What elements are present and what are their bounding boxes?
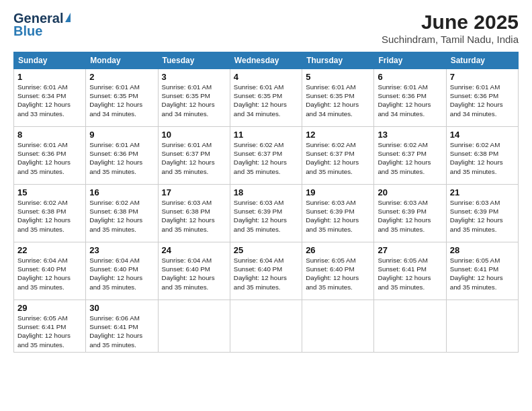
day-info: Sunrise: 6:01 AMSunset: 6:35 PMDaylight:… — [162, 83, 215, 118]
day-number: 15 — [17, 187, 82, 197]
day-info: Sunrise: 6:03 AMSunset: 6:38 PMDaylight:… — [162, 199, 215, 233]
day-info: Sunrise: 6:01 AMSunset: 6:36 PMDaylight:… — [89, 141, 142, 175]
table-row: 11 Sunrise: 6:02 AMSunset: 6:37 PMDaylig… — [230, 127, 302, 185]
table-row — [446, 300, 518, 353]
table-row: 21 Sunrise: 6:03 AMSunset: 6:39 PMDaylig… — [446, 185, 518, 242]
day-number: 6 — [378, 72, 442, 82]
title-block: June 2025 Suchindram, Tamil Nadu, India — [382, 11, 519, 45]
table-row: 25 Sunrise: 6:04 AMSunset: 6:40 PMDaylig… — [230, 242, 302, 300]
day-info: Sunrise: 6:01 AMSunset: 6:35 PMDaylight:… — [234, 83, 287, 118]
table-row: 1 Sunrise: 6:01 AMSunset: 6:34 PMDayligh… — [14, 69, 86, 127]
day-info: Sunrise: 6:01 AMSunset: 6:36 PMDaylight:… — [450, 83, 503, 118]
table-row: 13 Sunrise: 6:02 AMSunset: 6:37 PMDaylig… — [374, 127, 446, 185]
day-info: Sunrise: 6:01 AMSunset: 6:36 PMDaylight:… — [378, 83, 431, 118]
day-number: 5 — [306, 72, 370, 82]
table-row: 15 Sunrise: 6:02 AMSunset: 6:38 PMDaylig… — [14, 185, 86, 242]
table-row: 26 Sunrise: 6:05 AMSunset: 6:40 PMDaylig… — [302, 242, 374, 300]
col-monday: Monday — [86, 52, 158, 69]
table-row: 29 Sunrise: 6:05 AMSunset: 6:41 PMDaylig… — [14, 300, 86, 353]
day-number: 30 — [89, 303, 154, 313]
week-row-3: 15 Sunrise: 6:02 AMSunset: 6:38 PMDaylig… — [14, 185, 519, 242]
subtitle: Suchindram, Tamil Nadu, India — [382, 34, 519, 45]
day-number: 24 — [162, 245, 226, 255]
day-info: Sunrise: 6:04 AMSunset: 6:40 PMDaylight:… — [162, 257, 215, 291]
day-info: Sunrise: 6:03 AMSunset: 6:39 PMDaylight:… — [234, 199, 287, 233]
table-row: 14 Sunrise: 6:02 AMSunset: 6:38 PMDaylig… — [446, 127, 518, 185]
table-row: 8 Sunrise: 6:01 AMSunset: 6:36 PMDayligh… — [14, 127, 86, 185]
table-row: 23 Sunrise: 6:04 AMSunset: 6:40 PMDaylig… — [86, 242, 158, 300]
table-row: 12 Sunrise: 6:02 AMSunset: 6:37 PMDaylig… — [302, 127, 374, 185]
col-wednesday: Wednesday — [230, 52, 302, 69]
table-row — [374, 300, 446, 353]
table-row: 9 Sunrise: 6:01 AMSunset: 6:36 PMDayligh… — [86, 127, 158, 185]
table-row: 24 Sunrise: 6:04 AMSunset: 6:40 PMDaylig… — [158, 242, 230, 300]
day-info: Sunrise: 6:03 AMSunset: 6:39 PMDaylight:… — [450, 199, 503, 233]
table-row: 19 Sunrise: 6:03 AMSunset: 6:39 PMDaylig… — [302, 185, 374, 242]
day-info: Sunrise: 6:01 AMSunset: 6:34 PMDaylight:… — [17, 83, 71, 118]
day-info: Sunrise: 6:03 AMSunset: 6:39 PMDaylight:… — [378, 199, 431, 233]
day-number: 21 — [450, 187, 515, 197]
week-row-2: 8 Sunrise: 6:01 AMSunset: 6:36 PMDayligh… — [14, 127, 519, 185]
table-row: 20 Sunrise: 6:03 AMSunset: 6:39 PMDaylig… — [374, 185, 446, 242]
table-row: 22 Sunrise: 6:04 AMSunset: 6:40 PMDaylig… — [14, 242, 86, 300]
table-row: 30 Sunrise: 6:06 AMSunset: 6:41 PMDaylig… — [86, 300, 158, 353]
day-number: 22 — [17, 245, 82, 255]
table-row: 4 Sunrise: 6:01 AMSunset: 6:35 PMDayligh… — [230, 69, 302, 127]
day-number: 17 — [162, 187, 226, 197]
day-info: Sunrise: 6:02 AMSunset: 6:38 PMDaylight:… — [17, 199, 71, 233]
day-number: 11 — [234, 130, 298, 140]
calendar: Sunday Monday Tuesday Wednesday Thursday… — [13, 52, 519, 353]
day-number: 25 — [234, 245, 298, 255]
main-title: June 2025 — [382, 11, 519, 34]
day-number: 26 — [306, 245, 370, 255]
day-info: Sunrise: 6:05 AMSunset: 6:41 PMDaylight:… — [17, 314, 71, 349]
day-info: Sunrise: 6:06 AMSunset: 6:41 PMDaylight:… — [89, 314, 142, 349]
day-info: Sunrise: 6:01 AMSunset: 6:36 PMDaylight:… — [17, 141, 71, 175]
day-number: 23 — [89, 245, 154, 255]
day-info: Sunrise: 6:02 AMSunset: 6:37 PMDaylight:… — [306, 141, 359, 175]
table-row: 18 Sunrise: 6:03 AMSunset: 6:39 PMDaylig… — [230, 185, 302, 242]
table-row: 27 Sunrise: 6:05 AMSunset: 6:41 PMDaylig… — [374, 242, 446, 300]
table-row: 10 Sunrise: 6:01 AMSunset: 6:37 PMDaylig… — [158, 127, 230, 185]
week-row-1: 1 Sunrise: 6:01 AMSunset: 6:34 PMDayligh… — [14, 69, 519, 127]
table-row — [230, 300, 302, 353]
col-saturday: Saturday — [446, 52, 518, 69]
day-info: Sunrise: 6:05 AMSunset: 6:41 PMDaylight:… — [450, 257, 503, 291]
day-number: 8 — [17, 130, 82, 140]
day-info: Sunrise: 6:05 AMSunset: 6:40 PMDaylight:… — [306, 257, 359, 291]
day-number: 19 — [306, 187, 370, 197]
col-thursday: Thursday — [302, 52, 374, 69]
logo-blue: Blue — [13, 24, 42, 39]
table-row — [158, 300, 230, 353]
table-row: 6 Sunrise: 6:01 AMSunset: 6:36 PMDayligh… — [374, 69, 446, 127]
table-row: 28 Sunrise: 6:05 AMSunset: 6:41 PMDaylig… — [446, 242, 518, 300]
col-sunday: Sunday — [14, 52, 86, 69]
day-number: 27 — [378, 245, 442, 255]
day-number: 18 — [234, 187, 298, 197]
col-friday: Friday — [374, 52, 446, 69]
table-row: 2 Sunrise: 6:01 AMSunset: 6:35 PMDayligh… — [86, 69, 158, 127]
logo-arrow-icon — [65, 13, 71, 22]
week-row-5: 29 Sunrise: 6:05 AMSunset: 6:41 PMDaylig… — [14, 300, 519, 353]
day-info: Sunrise: 6:03 AMSunset: 6:39 PMDaylight:… — [306, 199, 359, 233]
table-row: 5 Sunrise: 6:01 AMSunset: 6:35 PMDayligh… — [302, 69, 374, 127]
header: General Blue June 2025 Suchindram, Tamil… — [13, 11, 519, 45]
day-number: 9 — [89, 130, 154, 140]
day-info: Sunrise: 6:01 AMSunset: 6:35 PMDaylight:… — [89, 83, 142, 118]
day-info: Sunrise: 6:02 AMSunset: 6:38 PMDaylight:… — [450, 141, 503, 175]
day-number: 28 — [450, 245, 515, 255]
day-number: 12 — [306, 130, 370, 140]
table-row: 16 Sunrise: 6:02 AMSunset: 6:38 PMDaylig… — [86, 185, 158, 242]
day-info: Sunrise: 6:02 AMSunset: 6:38 PMDaylight:… — [89, 199, 142, 233]
week-row-4: 22 Sunrise: 6:04 AMSunset: 6:40 PMDaylig… — [14, 242, 519, 300]
day-number: 2 — [89, 72, 154, 82]
day-info: Sunrise: 6:04 AMSunset: 6:40 PMDaylight:… — [234, 257, 287, 291]
day-info: Sunrise: 6:01 AMSunset: 6:35 PMDaylight:… — [306, 83, 359, 118]
day-number: 10 — [162, 130, 226, 140]
table-row — [302, 300, 374, 353]
day-number: 13 — [378, 130, 442, 140]
day-number: 14 — [450, 130, 515, 140]
logo: General Blue — [13, 11, 71, 39]
page: General Blue June 2025 Suchindram, Tamil… — [0, 0, 532, 411]
day-number: 16 — [89, 187, 154, 197]
